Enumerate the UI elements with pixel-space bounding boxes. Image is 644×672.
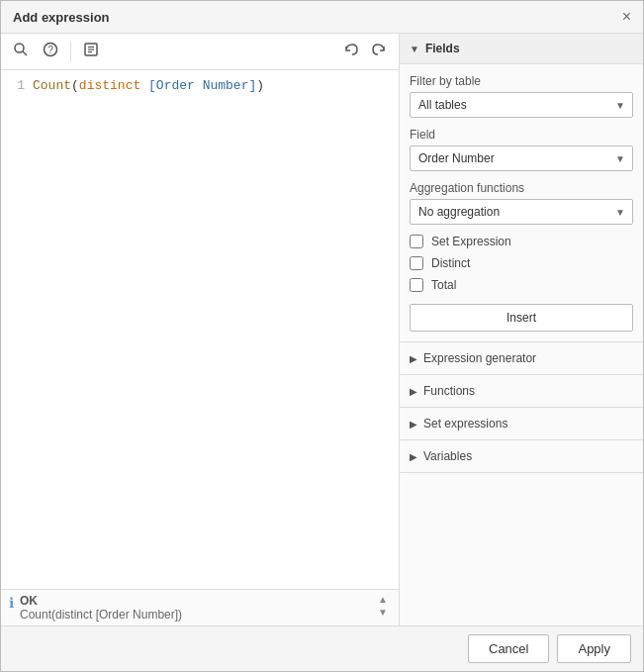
status-info-icon: ℹ — [9, 595, 14, 611]
fields-section-title: Fields — [425, 42, 460, 55]
fields-section-header[interactable]: ▼ Fields — [400, 34, 643, 64]
checkbox-group: Set Expression Distinct Total — [410, 235, 633, 292]
expr-gen-label: Expression generator — [423, 351, 536, 365]
total-checkbox[interactable] — [410, 278, 423, 292]
toolbar-divider — [70, 42, 71, 61]
search-button[interactable] — [9, 40, 33, 63]
set-expression-label: Set Expression — [431, 235, 511, 248]
code-paren-open: ( — [71, 78, 79, 93]
code-content: Count(distinct [Order Number]) — [33, 78, 264, 93]
add-expression-dialog: Add expression × ? — [0, 0, 644, 672]
dialog-title: Add expression — [13, 10, 110, 25]
variables-label: Variables — [423, 449, 472, 463]
set-expr-chevron: ▶ — [410, 419, 417, 430]
functions-label: Functions — [423, 384, 475, 398]
field-wrapper: Order Number ▼ — [410, 145, 633, 171]
distinct-label: Distinct — [431, 256, 470, 270]
cancel-button[interactable]: Cancel — [468, 634, 549, 663]
close-button[interactable]: × — [622, 9, 631, 25]
insert-button[interactable]: Insert — [410, 304, 633, 332]
set-expressions-section: ▶ Set expressions — [400, 408, 643, 440]
status-ok-label: OK — [20, 594, 182, 608]
filter-table-wrapper: All tables ▼ — [410, 92, 633, 118]
svg-text:?: ? — [47, 45, 53, 55]
apply-button[interactable]: Apply — [557, 634, 631, 663]
expression-generator-section: ▶ Expression generator — [400, 342, 643, 375]
status-content: OK Count(distinct [Order Number]) — [20, 594, 182, 622]
dialog-header: Add expression × — [1, 1, 643, 34]
code-fn: Count — [33, 78, 71, 93]
functions-section: ▶ Functions — [400, 375, 643, 408]
status-expression: Count(distinct [Order Number]) — [20, 608, 182, 622]
aggregation-wrapper: No aggregation ▼ — [410, 199, 633, 225]
help-button[interactable]: ? — [39, 40, 62, 63]
distinct-checkbox[interactable] — [410, 256, 423, 270]
filter-table-select[interactable]: All tables — [410, 92, 633, 118]
dialog-body: ? — [1, 34, 643, 625]
left-panel: ? — [1, 34, 400, 625]
set-expr-label: Set expressions — [423, 417, 507, 431]
search-icon — [13, 42, 29, 57]
redo-button[interactable] — [367, 40, 391, 63]
help-icon: ? — [43, 42, 58, 57]
variables-header[interactable]: ▶ Variables — [400, 440, 643, 472]
undo-redo-group — [339, 40, 391, 63]
undo-icon — [343, 42, 359, 57]
code-keyword: distinct — [79, 78, 148, 93]
set-expression-checkbox[interactable] — [410, 235, 423, 248]
status-bar: ℹ OK Count(distinct [Order Number]) ▲ ▼ — [1, 589, 399, 625]
expr-gen-chevron: ▶ — [410, 353, 417, 364]
svg-line-1 — [23, 51, 27, 55]
line-number: 1 — [9, 78, 25, 93]
code-line-1: 1 Count(distinct [Order Number]) — [9, 78, 391, 93]
status-down-arrow[interactable]: ▼ — [375, 607, 391, 619]
toolbar: ? — [1, 34, 399, 70]
note-icon — [83, 42, 99, 57]
fields-content: Filter by table All tables ▼ Field Order… — [400, 64, 643, 342]
redo-icon — [371, 42, 387, 57]
total-checkbox-label[interactable]: Total — [410, 278, 633, 292]
set-expressions-header[interactable]: ▶ Set expressions — [400, 408, 643, 439]
field-select[interactable]: Order Number — [410, 145, 633, 171]
undo-button[interactable] — [339, 40, 363, 63]
fields-chevron: ▼ — [410, 44, 419, 54]
aggregation-select[interactable]: No aggregation — [410, 199, 633, 225]
code-paren-close: ) — [256, 78, 264, 93]
expression-generator-header[interactable]: ▶ Expression generator — [400, 342, 643, 374]
field-label: Field — [410, 128, 633, 142]
status-arrows: ▲ ▼ — [375, 594, 391, 619]
right-panel: ▼ Fields Filter by table All tables ▼ Fi… — [400, 34, 643, 625]
set-expression-checkbox-label[interactable]: Set Expression — [410, 235, 633, 248]
functions-header[interactable]: ▶ Functions — [400, 375, 643, 407]
functions-chevron: ▶ — [410, 386, 417, 397]
dialog-footer: Cancel Apply — [1, 625, 643, 671]
total-label: Total — [431, 278, 456, 292]
aggregation-label: Aggregation functions — [410, 181, 633, 195]
note-button[interactable] — [79, 40, 103, 63]
filter-table-label: Filter by table — [410, 74, 633, 88]
code-field: [Order Number] — [148, 78, 256, 93]
svg-point-0 — [15, 44, 24, 52]
status-up-arrow[interactable]: ▲ — [375, 594, 391, 606]
distinct-checkbox-label[interactable]: Distinct — [410, 256, 633, 270]
variables-section: ▶ Variables — [400, 440, 643, 473]
variables-chevron: ▶ — [410, 451, 417, 462]
code-editor[interactable]: 1 Count(distinct [Order Number]) — [1, 70, 399, 589]
